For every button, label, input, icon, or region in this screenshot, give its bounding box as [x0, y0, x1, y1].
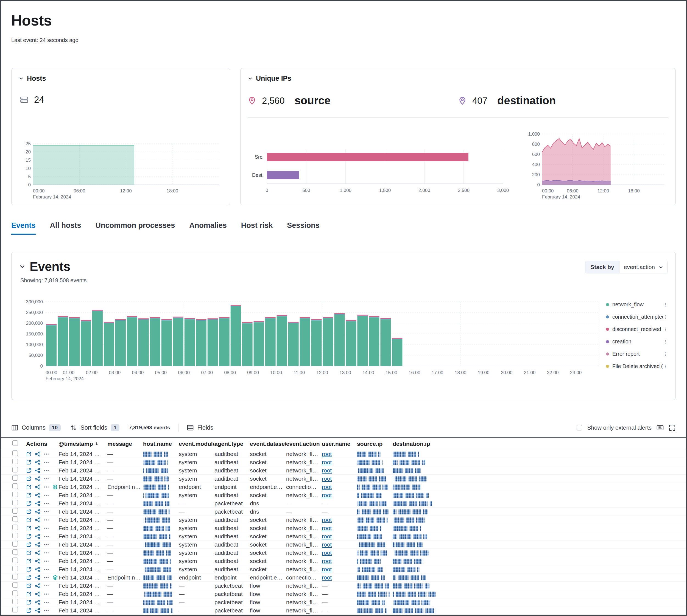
- user-name-link[interactable]: root: [322, 525, 332, 531]
- user-name-link[interactable]: root: [322, 484, 332, 490]
- row-checkbox[interactable]: [12, 533, 18, 538]
- analyze-event-icon[interactable]: [35, 460, 40, 465]
- tab-host-risk[interactable]: Host risk: [241, 221, 273, 235]
- event-action-cell-value[interactable]: network_flow: [286, 591, 320, 597]
- row-checkbox[interactable]: [12, 582, 18, 588]
- column-header-event.module[interactable]: event.module: [179, 441, 214, 447]
- row-checkbox[interactable]: [12, 541, 18, 547]
- redacted-destination-ip[interactable]: [393, 509, 428, 514]
- user-name-link[interactable]: root: [322, 550, 332, 556]
- row-more-actions-icon[interactable]: [44, 608, 49, 613]
- expand-event-icon[interactable]: [26, 460, 31, 465]
- user-name-link[interactable]: root: [322, 566, 332, 572]
- agent-type-cell-value[interactable]: auditbeat: [214, 558, 238, 564]
- row-checkbox[interactable]: [12, 549, 18, 555]
- analyze-event-icon[interactable]: [35, 534, 40, 539]
- event-action-cell-value[interactable]: network_flow: [286, 476, 320, 482]
- chevron-down-icon[interactable]: [248, 76, 253, 81]
- analyze-event-icon[interactable]: [35, 591, 40, 597]
- event-module-cell-value[interactable]: system: [179, 459, 197, 465]
- redacted-source-ip[interactable]: [357, 452, 381, 457]
- legend-options-icon[interactable]: [663, 327, 668, 332]
- event-dataset-cell-value[interactable]: socket: [250, 492, 266, 498]
- row-more-actions-icon[interactable]: [44, 550, 49, 556]
- redacted-destination-ip[interactable]: [393, 485, 422, 490]
- analyze-event-icon[interactable]: [35, 608, 40, 613]
- agent-type-cell-value[interactable]: auditbeat: [214, 541, 238, 548]
- redacted-source-ip[interactable]: [357, 501, 387, 506]
- redacted-host-name[interactable]: [143, 608, 173, 613]
- expand-event-icon[interactable]: [26, 567, 31, 572]
- keyboard-shortcuts-icon[interactable]: [657, 424, 664, 431]
- expand-event-icon[interactable]: [26, 550, 31, 556]
- event-action-cell-value[interactable]: network_flow: [286, 582, 320, 589]
- expand-event-icon[interactable]: [26, 525, 31, 531]
- event-action-cell-value[interactable]: network_flow: [286, 566, 320, 572]
- column-header-@timestamp[interactable]: @timestamp: [59, 441, 107, 447]
- redacted-destination-ip[interactable]: [393, 468, 421, 473]
- row-more-actions-icon[interactable]: [44, 525, 49, 531]
- event-dataset-cell-value[interactable]: socket: [250, 558, 266, 564]
- row-checkbox[interactable]: [12, 475, 18, 481]
- column-header-user.name[interactable]: user.name: [322, 441, 357, 447]
- legend-options-icon[interactable]: [663, 303, 668, 307]
- legend-item[interactable]: disconnect_received: [606, 323, 668, 335]
- agent-type-cell-value[interactable]: packetbeat: [214, 607, 243, 614]
- row-more-actions-icon[interactable]: [44, 509, 49, 514]
- event-module-cell-value[interactable]: system: [179, 516, 197, 523]
- row-more-actions-icon[interactable]: [44, 591, 49, 597]
- user-name-link[interactable]: root: [322, 492, 332, 498]
- agent-type-cell-value[interactable]: auditbeat: [214, 476, 238, 482]
- expand-event-icon[interactable]: [26, 509, 31, 514]
- expand-event-icon[interactable]: [26, 599, 31, 605]
- unique-ips-bar-chart[interactable]: 05001,0001,5002,0002,5003,000Src.Dest.: [248, 121, 528, 199]
- redacted-host-name[interactable]: [143, 501, 169, 506]
- fields-button[interactable]: Fields: [187, 424, 213, 431]
- hosts-area-chart[interactable]: 051015202500:0006:0012:0018:00February 1…: [19, 141, 223, 199]
- row-more-actions-icon[interactable]: [44, 451, 49, 457]
- event-action-cell-value[interactable]: network_flow: [286, 550, 320, 556]
- redacted-host-name[interactable]: [143, 567, 172, 572]
- expand-event-icon[interactable]: [26, 492, 31, 498]
- redacted-host-name[interactable]: [143, 534, 171, 539]
- redacted-host-name[interactable]: [143, 476, 169, 482]
- legend-options-icon[interactable]: [663, 339, 668, 344]
- expand-event-icon[interactable]: [26, 468, 31, 473]
- redacted-destination-ip[interactable]: [393, 600, 431, 605]
- redacted-host-name[interactable]: [143, 550, 171, 556]
- row-checkbox[interactable]: [12, 574, 18, 579]
- event-module-cell-value[interactable]: system: [179, 550, 197, 556]
- redacted-host-name[interactable]: [143, 575, 172, 580]
- analyze-event-icon[interactable]: [35, 468, 40, 473]
- redacted-destination-ip[interactable]: [393, 567, 420, 572]
- event-action-cell-value[interactable]: connection_att...: [286, 574, 322, 580]
- stack-by-select[interactable]: event.action: [620, 261, 667, 273]
- redacted-host-name[interactable]: [143, 485, 169, 490]
- user-name-link[interactable]: root: [322, 574, 332, 580]
- event-action-cell-value[interactable]: network_flow: [286, 533, 320, 540]
- tab-events[interactable]: Events: [11, 221, 36, 235]
- event-dataset-cell-value[interactable]: socket: [250, 541, 266, 548]
- agent-type-cell-value[interactable]: packetbeat: [214, 582, 243, 589]
- tab-anomalies[interactable]: Anomalies: [189, 221, 227, 235]
- column-header-host.name[interactable]: host.name: [143, 441, 179, 447]
- agent-type-cell-value[interactable]: auditbeat: [214, 492, 238, 498]
- legend-item[interactable]: creation: [606, 335, 668, 348]
- endpoint-alert-icon[interactable]: [52, 484, 58, 490]
- tab-sessions[interactable]: Sessions: [287, 221, 320, 235]
- row-checkbox[interactable]: [12, 500, 18, 505]
- event-dataset-cell-value[interactable]: socket: [250, 476, 266, 482]
- redacted-destination-ip[interactable]: [393, 460, 425, 465]
- analyze-event-icon[interactable]: [35, 501, 40, 506]
- event-action-cell-value[interactable]: network_flow: [286, 607, 320, 614]
- column-header-event.dataset[interactable]: event.dataset: [250, 441, 286, 447]
- analyze-event-icon[interactable]: [35, 525, 40, 531]
- row-checkbox[interactable]: [12, 508, 18, 513]
- event-module-cell-value[interactable]: system: [179, 525, 197, 531]
- analyze-event-icon[interactable]: [35, 575, 40, 580]
- column-header-actions[interactable]: Actions: [26, 441, 59, 447]
- agent-type-cell-value[interactable]: auditbeat: [214, 533, 238, 540]
- row-more-actions-icon[interactable]: [44, 517, 49, 523]
- expand-event-icon[interactable]: [26, 608, 31, 613]
- agent-type-cell-value[interactable]: packetbeat: [214, 500, 243, 506]
